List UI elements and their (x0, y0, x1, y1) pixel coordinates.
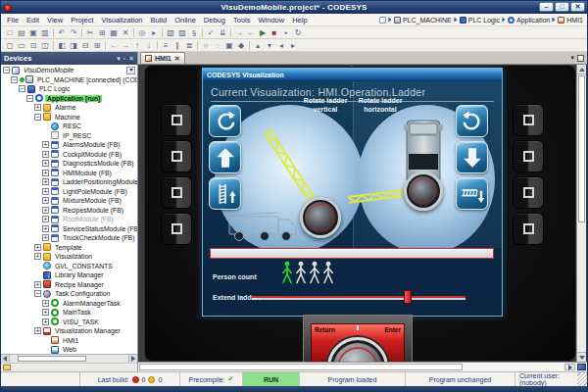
tab-maximize-icon[interactable] (577, 55, 584, 62)
collapse-icon[interactable]: − (26, 95, 33, 102)
expand-icon[interactable]: + (34, 244, 41, 251)
select-tool-icon[interactable]: ◻ (4, 40, 16, 51)
tree-item-hmi1[interactable]: HMI1 (1, 336, 137, 346)
tab-close-icon[interactable]: ✕ (174, 55, 180, 62)
distribute-icon[interactable]: ≡ (160, 40, 172, 51)
resize-grip-icon[interactable] (577, 372, 587, 386)
tree-item-recipesmodule[interactable]: +RecipesModule (FB) (1, 206, 137, 216)
expand-icon[interactable]: + (42, 300, 49, 307)
expand-icon[interactable]: + (42, 234, 49, 241)
start-icon[interactable]: ▶ (257, 27, 269, 38)
split-view-icon[interactable]: ◫ (39, 40, 51, 51)
panel-hardware-button[interactable] (161, 140, 192, 172)
stop-icon[interactable]: ■ (269, 27, 280, 38)
tree-item-truckcheckmodule[interactable]: +TruckCheckModule (FB) (1, 233, 137, 243)
tree-item-mixturemodule[interactable]: +MixtureModule (FB) (1, 196, 137, 206)
menu-edit[interactable]: Edit (23, 16, 43, 24)
tree-item-plc[interactable]: −PLC Logic (1, 84, 137, 94)
nudge-left-icon[interactable]: ← (108, 40, 120, 51)
tree-item-alarmsmodule[interactable]: +AlarmsModule (FB) (1, 140, 137, 150)
menu-window[interactable]: Window (254, 16, 288, 24)
menu-project[interactable]: Project (67, 16, 97, 24)
rotate-ccw-button[interactable] (209, 105, 241, 137)
find-next-icon[interactable]: ▸ (148, 27, 160, 38)
frame-tool-icon[interactable]: ▭ (16, 40, 27, 51)
tree-item-rootmodule[interactable]: +RootModule (FB) (1, 215, 137, 224)
align-left-icon[interactable]: ◧ (56, 40, 68, 51)
tree-item-library[interactable]: Library Manager (1, 270, 137, 280)
person-icon[interactable] (309, 261, 320, 286)
align-top-icon[interactable]: ⊟ (79, 40, 91, 51)
menu-view[interactable]: View (43, 16, 67, 24)
menu-help[interactable]: Help (288, 16, 311, 24)
tree-item-task[interactable]: −Task Configuration (1, 289, 137, 299)
nudge-right-icon[interactable]: → (120, 40, 131, 51)
collapse-icon[interactable]: − (3, 67, 10, 74)
project-selector-dropdown-icon[interactable] (126, 67, 135, 74)
print-icon[interactable]: ▥ (39, 27, 51, 38)
tree-item-visualization[interactable]: +Visualization (1, 252, 137, 262)
expand-icon[interactable]: + (42, 170, 49, 176)
scroll-right-icon[interactable] (564, 364, 575, 370)
new-pou-icon[interactable]: ▧ (165, 27, 176, 38)
expand-icon[interactable]: + (34, 253, 41, 260)
collapse-icon[interactable]: − (11, 76, 18, 83)
menu-debug[interactable]: Debug (200, 16, 229, 24)
paste-icon[interactable]: ▦ (108, 27, 120, 38)
tree-item-template[interactable]: +Template (1, 243, 137, 253)
tree-item-maintask[interactable]: +MainTask (1, 308, 137, 318)
panel-dropdown-icon[interactable]: ▾ (117, 54, 121, 63)
scroll-thumb[interactable] (139, 364, 463, 370)
expand-icon[interactable]: + (42, 178, 49, 185)
panel-hardware-button[interactable] (513, 213, 544, 245)
nudge-up-icon[interactable]: ↑ (131, 40, 143, 51)
open-project-icon[interactable]: ▤ (16, 27, 27, 38)
delete-icon[interactable]: ✕ (120, 27, 131, 38)
tab-list-dropdown-icon[interactable]: ▾ (570, 54, 574, 62)
cut-icon[interactable]: ✂ (84, 27, 96, 38)
polygon-tool-icon[interactable]: ◌ (212, 40, 223, 51)
breadcrumb-plc_machine[interactable]: PLC_MACHINE (394, 17, 452, 24)
return-label[interactable]: Return (315, 326, 335, 333)
expand-icon[interactable]: + (42, 318, 49, 325)
copy-icon[interactable]: ⊞ (96, 27, 108, 38)
tree-item-gvl_constants[interactable]: GVL_CONSTANTS (1, 262, 137, 271)
same-height-icon[interactable]: ≣ (183, 40, 195, 51)
rotate-tool-icon[interactable]: ◆ (235, 40, 247, 51)
breadcrumb-plc-logic[interactable]: PLC Logic (460, 17, 500, 24)
panel-close-icon[interactable]: ✕ (128, 54, 134, 63)
breadcrumb-hmi1[interactable]: HMI1 (558, 17, 583, 24)
tree-item-plc_machine[interactable]: −PLC_MACHINE [connected] (CODESYS C (1, 75, 137, 85)
menu-file[interactable]: File (3, 16, 23, 24)
find-icon[interactable]: ◎ (136, 27, 148, 38)
tree-item-lightpolemodule[interactable]: +LightPoleModule (FB) (1, 187, 137, 197)
expand-icon[interactable]: + (42, 225, 49, 232)
rotary-knob[interactable] (327, 337, 388, 362)
rectangle-tool-icon[interactable]: ▣ (223, 40, 235, 51)
person-icon[interactable] (322, 261, 334, 286)
rotate-cw-button[interactable] (456, 105, 488, 137)
ladder-turntable-knob-right[interactable] (404, 172, 443, 211)
tree-item-alarme[interactable]: +Alarme (1, 103, 137, 113)
tree-item-machine[interactable]: −Machine (1, 113, 137, 122)
panel-hardware-button[interactable] (161, 213, 192, 245)
download-icon[interactable]: ⇊ (217, 27, 228, 38)
panel-hardware-button[interactable] (513, 140, 544, 172)
person-icon[interactable] (295, 261, 307, 286)
edit-code-icon[interactable]: § (188, 27, 200, 38)
tree-item-application[interactable]: −Application [run] (1, 94, 137, 104)
insert-element-icon[interactable]: ⊡ (27, 40, 39, 51)
ladder-up-button[interactable] (209, 177, 241, 210)
precompile-icon[interactable]: ✓ (205, 27, 217, 38)
new-device-icon[interactable]: ▨ (176, 27, 188, 38)
menu-tools[interactable]: Tools (229, 16, 255, 24)
ellipse-tool-icon[interactable]: ○ (200, 40, 212, 51)
redo-icon[interactable]: ↷ (68, 27, 79, 38)
panel-hardware-button[interactable] (513, 176, 544, 209)
panel-pin-icon[interactable]: ▫ (123, 54, 125, 63)
person-icon[interactable] (281, 261, 293, 286)
tree-item-visudemomobile[interactable]: −VisuDemoMobile (1, 66, 137, 75)
undo-icon[interactable]: ↶ (56, 27, 68, 38)
tree-item-ladderpositioningmodule[interactable]: +LadderPositioningModule (FB) (1, 177, 137, 187)
breadcrumb-project[interactable] (379, 17, 386, 24)
